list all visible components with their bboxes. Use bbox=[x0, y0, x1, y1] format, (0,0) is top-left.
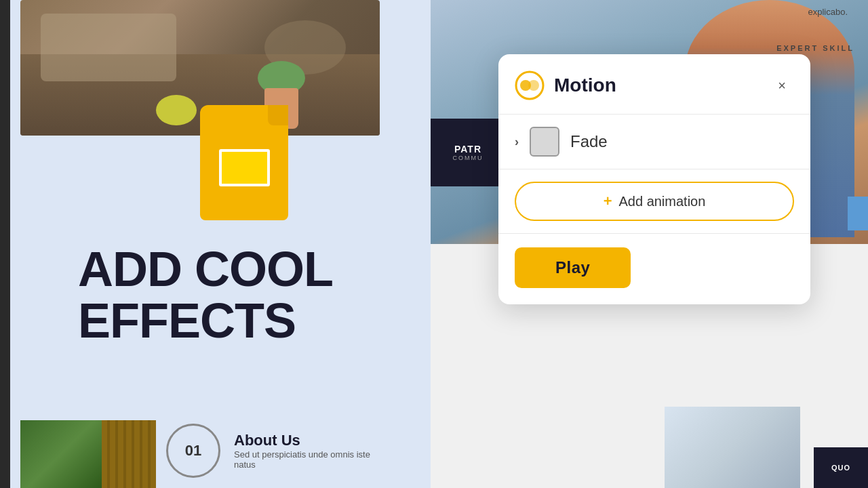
furniture-sofa bbox=[41, 14, 176, 81]
landscape-image bbox=[665, 407, 800, 488]
blue-accent-bar bbox=[848, 197, 868, 230]
patr-box: PATR COMMU bbox=[431, 119, 505, 186]
heading-line1: ADD COOL bbox=[78, 244, 333, 296]
plus-icon: + bbox=[604, 192, 612, 210]
chevron-right-icon: › bbox=[515, 135, 519, 149]
play-button[interactable]: Play bbox=[515, 247, 631, 288]
expert-skill-text: EXPERT SKILL bbox=[776, 44, 854, 52]
main-heading: ADD COOL EFFECTS bbox=[78, 244, 333, 346]
slides-icon-inner bbox=[219, 149, 270, 186]
sidebar-strip bbox=[0, 0, 10, 488]
quot-button[interactable]: QUO bbox=[814, 447, 868, 488]
dialog-header: Motion × bbox=[498, 54, 810, 115]
yellow-pouf bbox=[156, 95, 197, 125]
main-area: ADD COOL EFFECTS 01 About Us Sed ut pers… bbox=[10, 0, 431, 488]
heading-line2: EFFECTS bbox=[78, 296, 333, 347]
about-text: About Us Sed ut perspiciatis unde omnis … bbox=[234, 432, 383, 470]
garden-fence bbox=[102, 420, 156, 488]
circle-number: 01 bbox=[166, 424, 220, 478]
slides-icon bbox=[200, 105, 288, 220]
add-animation-label: Add animation bbox=[618, 194, 705, 209]
svg-point-2 bbox=[528, 80, 539, 91]
garden-image bbox=[20, 420, 156, 488]
motion-dialog: Motion × › Fade + Add animation Play bbox=[498, 54, 810, 304]
dialog-title: Motion bbox=[554, 75, 770, 96]
fade-row[interactable]: › Fade bbox=[498, 115, 810, 169]
motion-logo-icon bbox=[515, 70, 545, 100]
add-animation-section: + Add animation bbox=[498, 169, 810, 234]
ivy bbox=[20, 420, 102, 488]
quot-label: QUO bbox=[831, 464, 850, 472]
add-animation-button[interactable]: + Add animation bbox=[515, 182, 794, 221]
close-button[interactable]: × bbox=[770, 73, 794, 98]
about-description: Sed ut perspiciatis unde omnis iste natu… bbox=[234, 449, 383, 470]
about-title: About Us bbox=[234, 432, 383, 449]
dialog-body: › Fade + Add animation Play bbox=[498, 115, 810, 304]
play-section: Play bbox=[498, 234, 810, 304]
patr-title: PATR bbox=[454, 144, 481, 155]
explicabo-text: explicabo. bbox=[808, 7, 848, 17]
fade-label: Fade bbox=[570, 132, 608, 151]
fade-icon bbox=[530, 127, 559, 157]
patr-subtitle: COMMU bbox=[453, 155, 484, 161]
about-section: 01 About Us Sed ut perspiciatis unde omn… bbox=[166, 424, 383, 478]
